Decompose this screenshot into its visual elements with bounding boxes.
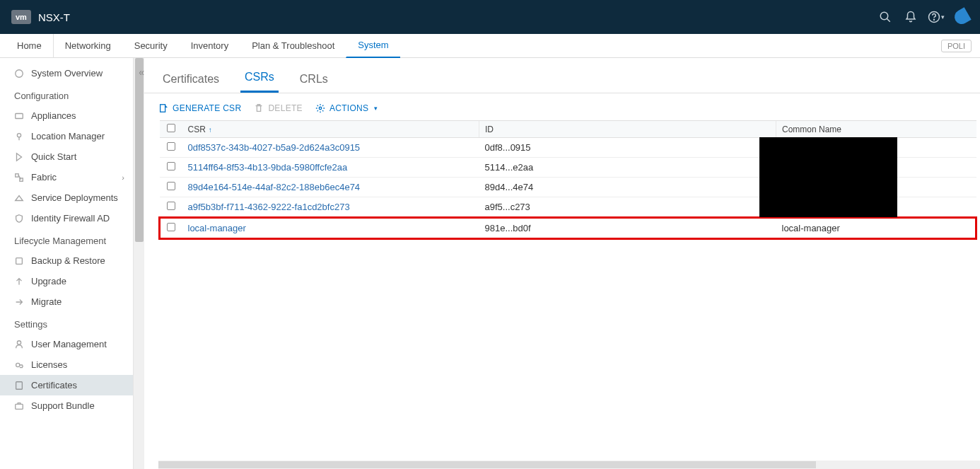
sidebar-item-label: System Overview <box>31 68 103 79</box>
sidebar-item-upgrade[interactable]: Upgrade <box>0 271 133 291</box>
mode-pill[interactable]: POLI <box>941 40 972 52</box>
row-checkbox[interactable] <box>167 142 175 151</box>
nav-tab-home[interactable]: Home <box>6 34 53 58</box>
sub-tab-csrs[interactable]: CSRs <box>240 65 279 93</box>
delete-button[interactable]: DELETE <box>254 103 302 113</box>
action-bar: GENERATE CSR DELETE ACTIONS ▾ <box>144 93 980 120</box>
sidebar-scrollbar[interactable] <box>133 58 144 469</box>
svg-rect-5 <box>16 113 23 118</box>
content-horizontal-scrollbar[interactable] <box>158 461 980 469</box>
csr-link[interactable]: 5114ff64-8f53-4b13-9bda-5980ffcfe2aa <box>188 162 348 173</box>
sidebar-section-lifecycle: Lifecycle Management <box>0 228 133 250</box>
quickstart-icon <box>14 152 24 162</box>
nav-tab-security[interactable]: Security <box>122 34 179 58</box>
svg-rect-14 <box>16 404 23 409</box>
appliances-icon <box>14 111 24 121</box>
migrate-icon <box>14 297 24 307</box>
sidebar-item-certificates[interactable]: Certificates <box>0 375 133 395</box>
column-csr[interactable]: CSR↑ <box>182 121 479 138</box>
svg-point-6 <box>17 133 21 137</box>
nav-tab-system[interactable]: System <box>346 34 399 58</box>
sidebar-item-label: Quick Start <box>31 151 76 162</box>
search-icon[interactable] <box>873 4 898 30</box>
sidebar-item-label: Location Manager <box>31 131 105 141</box>
user-icon <box>14 340 24 349</box>
content-area: Certificates CSRs CRLs GENERATE CSR DELE… <box>144 58 980 469</box>
firewall-icon <box>14 214 24 224</box>
nav-tab-networking[interactable]: Networking <box>53 34 122 58</box>
cell-id: 5114...e2aa <box>479 158 776 178</box>
row-checkbox[interactable] <box>167 182 175 190</box>
csr-link[interactable]: a9f5b3bf-f711-4362-9222-fa1cd2bfc273 <box>188 202 350 212</box>
sidebar-item-label: Backup & Restore <box>31 255 105 266</box>
svg-point-4 <box>16 69 23 77</box>
csr-link[interactable]: 89d4e164-514e-44af-82c2-188eb6ec4e74 <box>188 182 361 192</box>
nav-tab-plan-troubleshoot[interactable]: Plan & Troubleshoot <box>240 34 346 58</box>
svg-rect-7 <box>16 173 18 176</box>
table-header-row: CSR↑ ID Common Name <box>160 121 976 138</box>
table-row-highlighted[interactable]: local-manager 981e...bd0f local-manager <box>160 218 976 239</box>
sidebar-item-location-manager[interactable]: Location Manager <box>0 126 133 146</box>
sidebar-item-label: Appliances <box>31 110 76 121</box>
upgrade-icon <box>14 277 24 286</box>
sidebar-item-quick-start[interactable]: Quick Start <box>0 146 133 167</box>
sidebar-item-support-bundle[interactable]: Support Bundle <box>0 395 133 416</box>
sidebar-item-appliances[interactable]: Appliances <box>0 105 133 126</box>
theme-toggle-icon[interactable] <box>952 7 971 26</box>
sidebar-item-label: Upgrade <box>31 276 66 286</box>
help-icon[interactable]: ▾ <box>923 4 949 30</box>
nav-tab-inventory[interactable]: Inventory <box>179 34 240 58</box>
sort-asc-icon: ↑ <box>209 126 212 134</box>
sidebar-collapse-icon[interactable]: « <box>139 66 144 78</box>
deployments-icon <box>14 193 24 203</box>
chevron-right-icon: › <box>122 173 124 182</box>
sidebar-item-identity-firewall[interactable]: Identity Firewall AD <box>0 208 133 228</box>
sidebar: System Overview Configuration Appliances… <box>0 58 133 469</box>
sub-tab-crls[interactable]: CRLs <box>296 67 332 93</box>
main-nav: Home Networking Security Inventory Plan … <box>0 34 980 58</box>
sidebar-item-label: Migrate <box>31 296 62 307</box>
content-scrollbar-thumb[interactable] <box>158 461 816 468</box>
sub-tab-certificates[interactable]: Certificates <box>158 67 223 93</box>
sidebar-scrollbar-thumb[interactable] <box>135 58 144 242</box>
column-checkbox[interactable] <box>160 121 182 138</box>
sidebar-item-label: Certificates <box>31 380 77 390</box>
sidebar-section-settings: Settings <box>0 312 133 334</box>
row-checkbox[interactable] <box>167 202 175 210</box>
csr-link[interactable]: local-manager <box>188 223 246 233</box>
bell-icon[interactable] <box>898 4 923 30</box>
sidebar-item-service-deployments[interactable]: Service Deployments <box>0 187 133 208</box>
svg-rect-13 <box>16 381 23 389</box>
cell-id: 981e...bd0f <box>479 218 776 239</box>
sidebar-item-migrate[interactable]: Migrate <box>0 291 133 312</box>
svg-point-12 <box>16 363 20 366</box>
svg-point-16 <box>319 107 322 110</box>
select-all-checkbox[interactable] <box>167 124 175 132</box>
chevron-down-icon: ▾ <box>374 105 378 112</box>
sidebar-item-system-overview[interactable]: System Overview <box>0 58 133 83</box>
sub-tabs: Certificates CSRs CRLs <box>144 58 980 93</box>
sidebar-item-licenses[interactable]: Licenses <box>0 354 133 375</box>
svg-point-0 <box>880 12 888 20</box>
sidebar-item-label: Service Deployments <box>31 192 118 203</box>
generate-icon <box>158 103 168 113</box>
app-title: NSX-T <box>38 11 70 23</box>
certificates-icon <box>14 381 24 390</box>
row-checkbox[interactable] <box>167 223 175 231</box>
column-common-name[interactable]: Common Name <box>776 121 976 138</box>
app-header: vm NSX-T ▾ <box>0 0 980 34</box>
redaction-block <box>759 137 897 217</box>
sidebar-item-user-management[interactable]: User Management <box>0 334 133 354</box>
sidebar-wrap: « System Overview Configuration Applianc… <box>0 58 144 469</box>
row-checkbox[interactable] <box>167 162 175 170</box>
csr-link[interactable]: 0df8537c-343b-4027-b5a9-2d624a3c0915 <box>188 142 361 153</box>
svg-rect-10 <box>16 257 23 264</box>
actions-dropdown[interactable]: ACTIONS ▾ <box>315 103 378 113</box>
sidebar-item-fabric[interactable]: Fabric › <box>0 167 133 187</box>
column-id[interactable]: ID <box>479 121 776 138</box>
trash-icon <box>254 103 264 113</box>
generate-csr-button[interactable]: GENERATE CSR <box>158 103 241 113</box>
sidebar-item-label: Support Bundle <box>31 400 95 411</box>
location-icon <box>14 132 24 141</box>
sidebar-item-backup-restore[interactable]: Backup & Restore <box>0 250 133 271</box>
